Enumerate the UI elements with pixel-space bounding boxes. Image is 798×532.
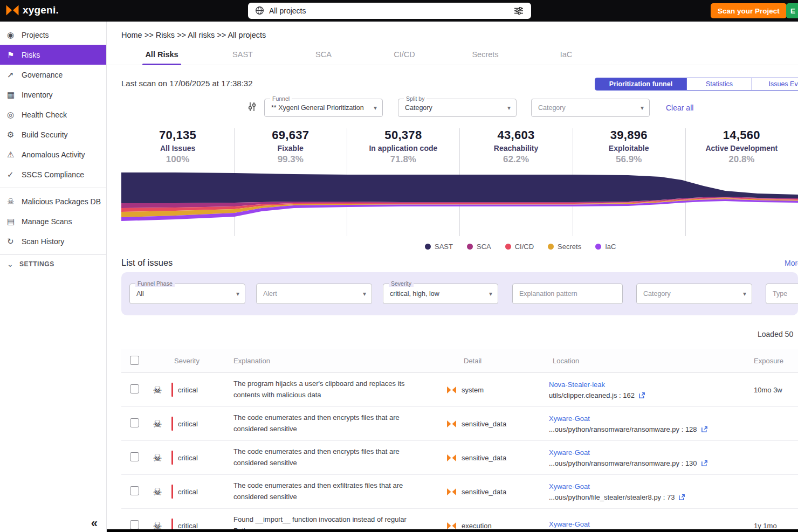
stage-label: In application code (347, 144, 459, 153)
external-link-icon[interactable] (701, 426, 708, 433)
external-link-icon[interactable] (638, 392, 645, 399)
skull-icon: ☠ (153, 452, 162, 464)
topbar: xygeni. All projects Scan your Project E (0, 0, 798, 22)
sidebar-item-icon: ▤ (7, 217, 22, 226)
split-by-select[interactable]: Split by Category ▾ (398, 99, 517, 117)
skull-icon: ☠ (153, 418, 162, 430)
row-checkbox[interactable] (130, 418, 139, 427)
alert-select[interactable]: Alert ▾ (256, 284, 372, 304)
explanation-pattern-input[interactable] (512, 284, 623, 304)
xygeni-detail-icon (446, 488, 457, 496)
sidebar-collapse-button[interactable]: « (91, 516, 98, 530)
project-link[interactable]: Nova-Stealer-leak (549, 381, 746, 389)
sidebar-item[interactable]: ▤ Manage Scans (0, 211, 106, 231)
severity-label: Severity (389, 280, 414, 287)
legend-label: SCA (477, 243, 491, 251)
legend-item[interactable]: CI/CD (505, 243, 534, 251)
sidebar-item[interactable]: ☠ Malicious Packages DB (0, 191, 106, 211)
legend-dot-icon (505, 244, 511, 250)
funnel-stage: 69,637 Fixable 99.3% (234, 128, 347, 165)
legend-item[interactable]: SAST (425, 243, 453, 251)
header-location: Location (541, 357, 746, 365)
tune-icon[interactable] (247, 101, 258, 112)
legend-dot-icon (467, 244, 473, 250)
category-select[interactable]: Category ▾ (531, 99, 650, 117)
severity-bar (171, 451, 173, 465)
tab-label: All Risks (145, 50, 178, 59)
legend-dot-icon (595, 244, 601, 250)
sidebar-item[interactable]: ↻ Scan History (0, 231, 106, 251)
sidebar-item-icon: ▦ (7, 90, 22, 100)
external-link-icon[interactable] (678, 494, 685, 501)
funnel-select[interactable]: Funnel ** Xygeni General Prioritization … (264, 99, 383, 117)
env-button[interactable]: E (786, 3, 798, 18)
tab-label: Secrets (472, 50, 498, 59)
tab[interactable]: Secrets (445, 45, 526, 65)
sidebar-item[interactable]: ⚑ Risks (0, 45, 106, 65)
filters-icon[interactable] (514, 7, 524, 15)
severity-text: critical (178, 522, 198, 530)
external-link-icon[interactable] (701, 460, 708, 467)
select-all-checkbox[interactable] (130, 356, 139, 365)
sidebar-item[interactable]: ⚙ Build Security (0, 125, 106, 144)
legend-item[interactable]: Secrets (548, 243, 581, 251)
legend-item[interactable]: SCA (467, 243, 491, 251)
scan-project-button[interactable]: Scan your Project (711, 3, 787, 18)
clear-all-link[interactable]: Clear all (666, 103, 693, 112)
sidebar-item[interactable]: ◎ Health Check (0, 105, 106, 125)
table-row[interactable]: ☠ critical The program hijacks a user's … (121, 373, 798, 407)
row-checkbox[interactable] (130, 384, 139, 393)
table-row[interactable]: ☠ critical The code enumerates and then … (121, 475, 798, 509)
row-checkbox[interactable] (130, 486, 139, 495)
more-link[interactable]: More... (785, 259, 798, 267)
sidebar-settings[interactable]: ⌄ SETTINGS (0, 260, 106, 268)
project-link[interactable]: Xyware-Goat (549, 482, 746, 490)
row-checkbox[interactable] (130, 520, 139, 529)
sidebar-nav: ◉ Projects ⚑ Risks ↗ Governance ▦ Invent… (0, 22, 106, 251)
stage-label: Active Development (685, 144, 798, 153)
view-toggle-button[interactable]: Statistics (687, 78, 752, 90)
project-link[interactable]: Xyware-Goat (549, 520, 746, 528)
sidebar-item-label: SSCS Compliance (22, 170, 84, 179)
tab-label: SAST (232, 50, 253, 59)
sidebar-item-icon: ✓ (7, 170, 22, 179)
tab[interactable]: SCA (283, 45, 364, 65)
detail-text: sensitive_data (462, 488, 506, 496)
header-exposure: Exposure (746, 357, 798, 365)
severity-select[interactable]: Severity critical, high, low ▾ (383, 284, 498, 304)
tab-label: IaC (560, 50, 573, 59)
funnel-stage: 39,896 Exploitable 56.9% (573, 128, 685, 165)
tab[interactable]: All Risks (121, 45, 202, 65)
table-row[interactable]: ☠ critical The code enumerates and then … (121, 407, 798, 441)
view-toggle-button[interactable]: Prioritization funnel (595, 78, 687, 90)
issues-category-select[interactable]: Category ▾ (636, 284, 752, 304)
project-link[interactable]: Xyware-Goat (549, 414, 746, 423)
legend-label: IaC (605, 243, 616, 251)
funnel-phase-select[interactable]: Funnel Phase All ▾ (129, 284, 245, 304)
sidebar-item[interactable]: ⚠ Anomalous Activity (0, 144, 106, 164)
sidebar-item[interactable]: ▦ Inventory (0, 85, 106, 105)
sidebar-item[interactable]: ✓ SSCS Compliance (0, 164, 106, 184)
type-select[interactable]: Type ▾ (766, 284, 798, 304)
sidebar-item[interactable]: ◉ Projects (0, 25, 106, 45)
tab[interactable]: SAST (202, 45, 283, 65)
sidebar-item-label: Governance (22, 71, 63, 79)
legend-item[interactable]: IaC (595, 243, 616, 251)
sidebar-item-icon: ⚙ (7, 130, 22, 140)
tab[interactable]: CI/CD (364, 45, 445, 65)
xygeni-logo[interactable]: xygeni. (5, 4, 59, 16)
explanation-text: The program hijacks a user's clipboard a… (225, 373, 438, 406)
project-link[interactable]: Xyware-Goat (549, 448, 746, 457)
stage-percent: 56.9% (573, 154, 685, 165)
severity-value: critical, high, low (390, 290, 484, 298)
table-row[interactable]: ☠ critical The code enumerates and then … (121, 441, 798, 475)
stage-label: Fixable (234, 144, 347, 153)
stage-label: Reachability (459, 144, 572, 153)
tab[interactable]: IaC (526, 45, 607, 65)
project-selector[interactable]: All projects (248, 3, 531, 19)
view-toggle-button[interactable]: Issues Evolution (752, 78, 798, 90)
table-row[interactable]: ☠ critical Found __import__ function inv… (121, 509, 798, 532)
sidebar-item[interactable]: ↗ Governance (0, 65, 106, 85)
issues-table: Severity Explanation Detail Location Exp… (121, 349, 798, 532)
row-checkbox[interactable] (130, 452, 139, 461)
